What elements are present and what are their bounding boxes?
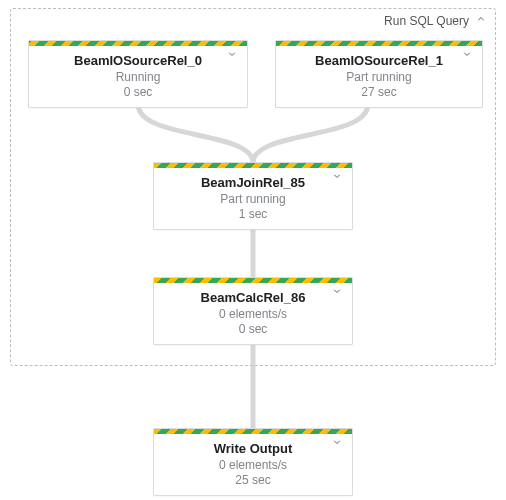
node-title: BeamCalcRel_86 [162, 290, 344, 305]
status-bar [154, 163, 352, 168]
node-beam-io-source-rel-1[interactable]: BeamIOSourceRel_1 Part running 27 sec [275, 40, 483, 108]
node-status: Part running [284, 70, 474, 84]
node-status: Part running [162, 192, 344, 206]
node-metric: 27 sec [284, 85, 474, 99]
node-status: 0 elements/s [162, 458, 344, 472]
node-beam-calc-rel-86[interactable]: BeamCalcRel_86 0 elements/s 0 sec [153, 277, 353, 345]
group-label: Run SQL Query [384, 14, 469, 28]
node-beam-io-source-rel-0[interactable]: BeamIOSourceRel_0 Running 0 sec [28, 40, 248, 108]
chevron-down-icon[interactable] [330, 435, 344, 449]
node-write-output[interactable]: Write Output 0 elements/s 25 sec [153, 428, 353, 496]
node-beam-join-rel-85[interactable]: BeamJoinRel_85 Part running 1 sec [153, 162, 353, 230]
status-bar [154, 429, 352, 434]
status-bar [154, 278, 352, 283]
node-title: Write Output [162, 441, 344, 456]
node-title: BeamIOSourceRel_1 [284, 53, 474, 68]
node-status: 0 elements/s [162, 307, 344, 321]
node-title: BeamIOSourceRel_0 [37, 53, 239, 68]
node-status: Running [37, 70, 239, 84]
node-metric: 0 sec [162, 322, 344, 336]
node-metric: 0 sec [37, 85, 239, 99]
status-bar [276, 41, 482, 46]
group-header[interactable]: Run SQL Query [384, 13, 487, 28]
status-bar [29, 41, 247, 46]
chevron-down-icon[interactable] [225, 47, 239, 61]
node-title: BeamJoinRel_85 [162, 175, 344, 190]
chevron-up-icon[interactable] [475, 13, 487, 28]
chevron-down-icon[interactable] [330, 169, 344, 183]
chevron-down-icon[interactable] [330, 284, 344, 298]
chevron-down-icon[interactable] [460, 47, 474, 61]
node-metric: 1 sec [162, 207, 344, 221]
node-metric: 25 sec [162, 473, 344, 487]
